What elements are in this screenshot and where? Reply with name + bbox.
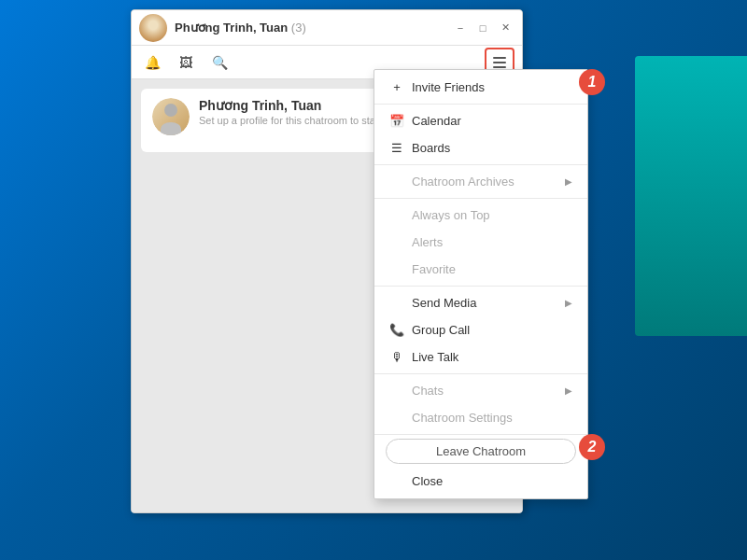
menu-item-boards[interactable]: ☰ Boards [374,134,587,161]
boards-icon: ☰ [389,141,404,155]
menu-item-always-on-top: Always on Top [374,202,587,229]
menu-item-close[interactable]: Close [374,468,587,495]
menu-item-calendar[interactable]: 📅 Calendar [374,107,587,134]
menu-item-chatroom-archives: Chatroom Archives ▶ [374,168,587,195]
badge-2: 2 [579,434,605,460]
close-window-button[interactable]: ✕ [496,19,514,37]
menu-item-invite-friends[interactable]: + Invite Friends [374,74,587,101]
menu-divider-3 [374,198,587,199]
menu-item-favorite: Favorite [374,256,587,283]
hamburger-icon [493,57,506,68]
search-icon[interactable]: 🔍 [206,49,233,76]
menu-item-chatroom-settings: Chatroom Settings [374,404,587,431]
title-bar: Phương Trinh, Tuan (3) − □ ✕ [132,10,522,46]
menu-divider-2 [374,164,587,165]
arrow-icon: ▶ [565,176,572,187]
badge-1: 1 [579,69,605,95]
menu-item-alerts: Alerts [374,229,587,256]
menu-item-chats: Chats ▶ [374,377,587,404]
chats-arrow-icon: ▶ [565,385,572,396]
window-controls: − □ ✕ [451,19,514,37]
dropdown-menu: + Invite Friends 📅 Calendar ☰ Boards Cha… [374,69,588,499]
calendar-icon: 📅 [389,114,404,128]
menu-divider-1 [374,104,587,105]
menu-item-live-talk[interactable]: 🎙 Live Talk [374,343,587,371]
minimize-button[interactable]: − [451,19,470,37]
menu-divider-4 [374,286,587,287]
photo-icon[interactable]: 🖼 [173,49,199,76]
menu-item-send-media[interactable]: Send Media ▶ [374,289,587,316]
send-media-arrow-icon: ▶ [565,298,572,308]
desktop: Phương Trinh, Tuan (3) − □ ✕ 🔔 🖼 🔍 [0,0,747,560]
window-title: Phương Trinh, Tuan (3) [175,21,451,35]
menu-divider-6 [374,434,587,435]
bell-icon[interactable]: 🔔 [139,49,165,76]
menu-divider-5 [374,373,587,374]
menu-item-leave-chatroom[interactable]: Leave Chatroom [386,439,576,464]
maximize-button[interactable]: □ [473,19,492,37]
mic-icon: 🎙 [389,350,404,364]
phone-icon: 📞 [389,323,404,337]
menu-item-group-call[interactable]: 📞 Group Call [374,316,587,343]
chat-avatar [152,98,190,135]
avatar [139,14,167,42]
plus-icon: + [389,80,404,94]
